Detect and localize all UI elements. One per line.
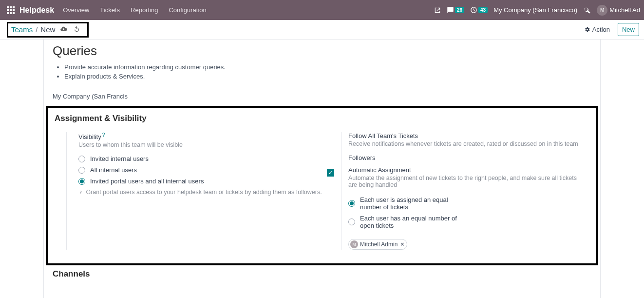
nav-overview[interactable]: Overview [63,6,89,14]
action-label: Action [592,26,610,33]
visibility-column: Visibility? Users to whom this team will… [66,132,329,250]
nav-reporting[interactable]: Reporting [131,6,158,14]
tools-icon[interactable] [583,6,591,14]
avatar-icon: M [597,5,607,16]
messages-badge: 26 [455,7,464,13]
visibility-label: Visibility? [78,132,329,140]
activities-badge: 43 [478,7,488,13]
breadcrumb-sep: / [36,25,38,34]
visibility-desc: Users to whom this team will be visible [78,141,329,148]
svg-rect-1 [10,6,12,8]
svg-rect-3 [7,9,9,11]
auto-assignment-desc: Automate the assignment of new tickets t… [348,175,582,188]
section-heading: Assignment & Visibility [55,114,589,123]
follow-desc: Receive notifications whenever tickets a… [348,140,589,147]
member-name: Mitchell Admin [360,241,398,248]
svg-rect-4 [10,9,12,11]
action-menu[interactable]: Action [584,26,610,33]
visibility-option-portal-and-internal[interactable]: Invited portal users and all internal us… [78,178,329,185]
nav-tickets[interactable]: Tickets [100,6,120,14]
help-icon[interactable]: ? [102,132,105,138]
svg-rect-7 [10,12,12,14]
description-list: Provide accurate information regarding c… [44,63,600,80]
assignment-column: Follow All Team's Tickets Receive notifi… [341,132,589,250]
share-icon[interactable] [434,7,441,14]
page-title: Queries [44,40,600,63]
auto-assignment-checkbox[interactable]: ✓ [327,169,334,177]
company-switcher[interactable]: My Company (San Francisco) [493,6,577,14]
visibility-hint: ♀ Grant portal users access to your help… [78,189,329,196]
top-nav: Helpdesk Overview Tickets Reporting Conf… [0,0,644,20]
new-button[interactable]: New [618,23,639,36]
user-menu[interactable]: M Mitchell Ad [597,5,640,16]
bulb-icon: ♀ [78,189,83,196]
action-bar: Teams / New Action New [0,20,644,40]
member-tag[interactable]: M Mitchell Admin × [348,239,407,250]
assign-option-equal-open[interactable]: Each user has an equal number of open ti… [348,215,465,229]
remove-tag-icon[interactable]: × [400,241,404,248]
messages-icon[interactable]: 26 [447,6,464,14]
radio-icon [348,200,355,207]
auto-assignment-label: Automatic Assignment [348,166,589,174]
follow-label: Follow All Team's Tickets [348,132,589,139]
radio-icon [78,178,85,185]
svg-rect-5 [13,9,15,11]
channels-heading: Channels [44,269,600,279]
activities-icon[interactable]: 43 [470,6,488,14]
form-sheet: Queries Provide accurate information reg… [43,40,601,298]
radio-icon [348,219,355,225]
company-field[interactable]: My Company (San Francis [44,82,600,101]
app-brand[interactable]: Helpdesk [19,6,54,15]
nav-configuration[interactable]: Configuration [169,6,206,14]
list-item: Provide accurate information regarding c… [64,63,600,71]
breadcrumb: Teams / New [7,22,89,38]
list-item: Explain products & Services. [64,73,600,80]
assignment-visibility-section: Assignment & Visibility Visibility? User… [46,106,598,265]
svg-rect-6 [7,12,9,14]
visibility-option-invited-internal[interactable]: Invited internal users [78,155,329,162]
assign-option-equal-total[interactable]: Each user is assigned an equal number of… [348,196,465,211]
svg-rect-0 [7,6,9,8]
svg-rect-2 [13,6,15,8]
user-name: Mitchell Ad [609,6,640,14]
apps-icon[interactable] [4,3,18,17]
followers-label: Followers [348,154,589,161]
cloud-save-icon[interactable] [60,25,67,34]
breadcrumb-current: New [40,25,55,34]
svg-rect-8 [13,12,15,14]
discard-icon[interactable] [73,25,80,34]
avatar-icon: M [350,240,358,248]
radio-icon [78,156,85,162]
breadcrumb-root[interactable]: Teams [11,25,33,34]
radio-icon [78,167,85,174]
visibility-option-all-internal[interactable]: All internal users [78,166,329,174]
